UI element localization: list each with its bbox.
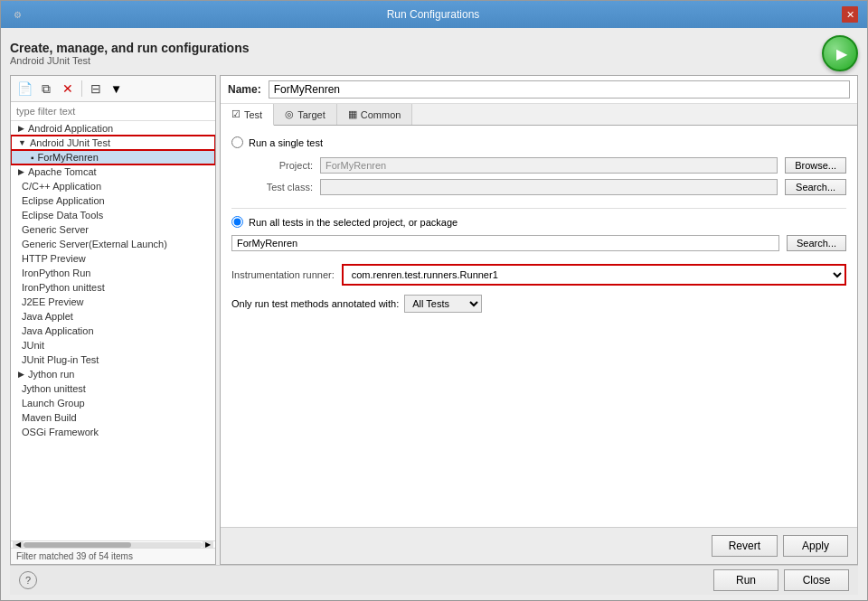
- list-item[interactable]: OSGi Framework: [11, 425, 215, 439]
- all-tests-search-button[interactable]: Search...: [787, 235, 846, 251]
- main-content: 📄 ⧉ ✕ ⊟ ▼ ▶ Android Application: [10, 75, 858, 565]
- run-configuration-icon: [822, 35, 858, 71]
- window-body: Create, manage, and run configurations A…: [1, 28, 867, 600]
- target-icon: ◎: [285, 108, 294, 120]
- list-item[interactable]: ▶ Jython run: [11, 367, 215, 381]
- all-tests-row: Search...: [231, 235, 846, 251]
- item-icon: ▪: [31, 153, 34, 163]
- filter-input[interactable]: [11, 102, 215, 121]
- scroll-right-btn[interactable]: ▶: [203, 540, 213, 548]
- expand-icon: ▶: [18, 124, 24, 133]
- apply-button[interactable]: Apply: [783, 535, 848, 557]
- filter-dropdown-button[interactable]: ▼: [108, 80, 125, 98]
- list-item[interactable]: IronPython Run: [11, 266, 215, 280]
- item-label: Maven Build: [22, 412, 77, 423]
- test-class-search-button[interactable]: Search...: [785, 179, 846, 195]
- list-item[interactable]: JUnit: [11, 338, 215, 352]
- item-label: ForMyRenren: [38, 152, 99, 163]
- single-test-radio-row: Run a single test: [231, 136, 846, 148]
- run-configurations-window: ⚙ Run Configurations ✕ Create, manage, a…: [0, 0, 868, 601]
- delete-config-button[interactable]: ✕: [58, 79, 78, 99]
- expand-icon: ▶: [18, 370, 24, 379]
- tab-common-label: Common: [361, 109, 401, 120]
- toolbar-separator: [81, 80, 82, 97]
- all-tests-radio[interactable]: [231, 216, 243, 228]
- project-browse-button[interactable]: Browse...: [785, 157, 846, 174]
- item-label: Android JUnit Test: [30, 137, 110, 148]
- item-label: IronPython Run: [22, 268, 90, 278]
- list-item[interactable]: ▶ Android Application: [11, 121, 215, 136]
- project-input[interactable]: [320, 157, 778, 174]
- collapse-all-button[interactable]: ⊟: [86, 79, 106, 99]
- name-input[interactable]: [269, 80, 850, 99]
- close-button[interactable]: Close: [784, 569, 849, 591]
- list-item[interactable]: Maven Build: [11, 410, 215, 425]
- list-item[interactable]: J2EE Preview: [11, 295, 215, 309]
- help-button[interactable]: ?: [19, 571, 37, 589]
- toolbar: 📄 ⧉ ✕ ⊟ ▼: [11, 76, 215, 102]
- all-tests-input[interactable]: [231, 235, 779, 251]
- instrumentation-row: Instrumentation runner: com.renren.test.…: [231, 264, 846, 286]
- project-label: Project:: [231, 160, 313, 171]
- item-label: J2EE Preview: [22, 296, 83, 307]
- horizontal-scrollbar[interactable]: ◀ ▶: [11, 540, 215, 548]
- item-label: Jython run: [28, 369, 74, 380]
- list-item[interactable]: IronPython unittest: [11, 280, 215, 295]
- list-item[interactable]: Eclipse Data Tools: [11, 208, 215, 222]
- new-config-button[interactable]: 📄: [14, 79, 34, 99]
- expand-icon: ▶: [18, 167, 24, 176]
- only-run-row: Only run test methods annotated with: Al…: [231, 295, 846, 313]
- right-panel: Name: ☑ Test ◎ Target ▦ Common: [220, 75, 858, 565]
- single-test-radio[interactable]: [231, 136, 243, 148]
- item-label: Generic Server: [22, 224, 89, 235]
- list-item[interactable]: Java Application: [11, 324, 215, 338]
- list-item[interactable]: C/C++ Application: [11, 179, 215, 193]
- test-icon: ☑: [231, 108, 241, 120]
- common-icon: ▦: [348, 108, 357, 120]
- only-run-label: Only run test methods annotated with:: [231, 298, 399, 309]
- item-label: Generic Server(External Launch): [22, 239, 167, 249]
- tab-test[interactable]: ☑ Test: [221, 104, 274, 126]
- for-my-renren-item[interactable]: ▪ ForMyRenren: [11, 150, 215, 164]
- list-item[interactable]: Launch Group: [11, 396, 215, 410]
- run-button[interactable]: Run: [713, 569, 778, 591]
- item-label: JUnit: [22, 340, 44, 351]
- close-window-button[interactable]: ✕: [842, 6, 858, 23]
- list-item[interactable]: HTTP Preview: [11, 251, 215, 266]
- only-run-select[interactable]: All Tests Smoke Regression: [404, 295, 482, 313]
- test-class-label: Test class:: [231, 182, 313, 193]
- project-form-grid: Project: Browse... Test class: Search...: [231, 157, 846, 195]
- all-tests-label: Run all tests in the selected project, o…: [249, 217, 458, 228]
- h-scrollbar-track[interactable]: [24, 542, 203, 548]
- expand-icon: ▼: [18, 138, 26, 147]
- tabs: ☑ Test ◎ Target ▦ Common: [221, 104, 857, 126]
- name-label: Name:: [228, 83, 261, 96]
- instrumentation-select[interactable]: com.renren.test.runners.Runner1: [342, 264, 846, 286]
- scroll-left-btn[interactable]: ◀: [13, 540, 24, 548]
- list-item[interactable]: Generic Server: [11, 222, 215, 237]
- footer: ? Run Close: [10, 565, 858, 595]
- revert-button[interactable]: Revert: [712, 535, 778, 557]
- item-label: HTTP Preview: [22, 253, 86, 264]
- header-subtitle: Android JUnit Test: [10, 55, 250, 66]
- all-tests-radio-row: Run all tests in the selected project, o…: [231, 216, 846, 228]
- list-item[interactable]: JUnit Plug-in Test: [11, 352, 215, 367]
- test-class-input[interactable]: [320, 179, 778, 195]
- header-section: Create, manage, and run configurations A…: [10, 35, 858, 71]
- tab-target[interactable]: ◎ Target: [274, 104, 337, 125]
- list-item[interactable]: Generic Server(External Launch): [11, 237, 215, 251]
- item-label: C/C++ Application: [22, 181, 101, 192]
- header-title: Create, manage, and run configurations: [10, 41, 250, 55]
- android-junit-test-item[interactable]: ▼ Android JUnit Test: [11, 136, 215, 150]
- item-label: Eclipse Data Tools: [22, 210, 103, 221]
- tab-content: Run a single test Project: Browse... Tes…: [221, 126, 857, 527]
- list-item[interactable]: ▶ Apache Tomcat: [11, 164, 215, 179]
- list-item[interactable]: Eclipse Application: [11, 193, 215, 208]
- list-item[interactable]: Jython unittest: [11, 381, 215, 396]
- duplicate-config-button[interactable]: ⧉: [36, 79, 56, 99]
- list-item[interactable]: Java Applet: [11, 309, 215, 324]
- item-label: Android Application: [28, 123, 113, 134]
- tab-common[interactable]: ▦ Common: [337, 104, 413, 125]
- item-label: Java Applet: [22, 311, 73, 322]
- section-divider: [231, 208, 846, 209]
